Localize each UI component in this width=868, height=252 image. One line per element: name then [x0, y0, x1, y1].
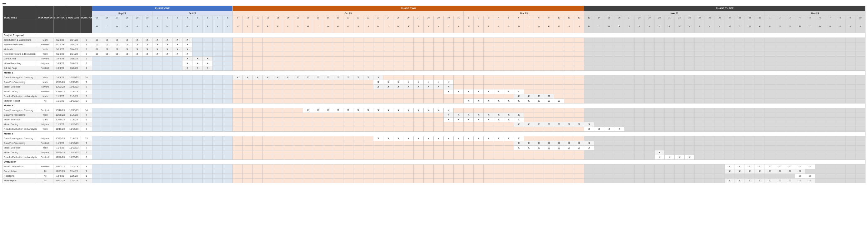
gantt-cell [654, 178, 664, 183]
gantt-cell [162, 174, 172, 178]
gantt-cell [363, 94, 373, 99]
gantt-cell [192, 89, 203, 94]
gantt-cell [855, 146, 865, 150]
gantt-cell [373, 169, 383, 174]
gantt-cell [534, 80, 544, 85]
gantt-cell [654, 164, 664, 169]
dur-cell: 14 [81, 75, 92, 80]
gantt-cell [604, 75, 614, 80]
gantt-cell [423, 174, 433, 178]
gantt-cell [433, 141, 443, 146]
gantt-cell [283, 146, 293, 150]
gantt-cell [474, 150, 484, 155]
gantt-cell [594, 164, 604, 169]
gantt-cell [524, 43, 534, 47]
gantt-cell [222, 38, 232, 43]
gantt-cell [183, 136, 192, 141]
gantt-cell [353, 146, 363, 150]
gantt-cell: X [303, 75, 313, 80]
gantt-cell [203, 113, 213, 117]
gantt-cell [855, 141, 865, 146]
gantt-cell: X [584, 122, 594, 127]
gantt-cell [825, 52, 835, 57]
gantt-cell [243, 52, 253, 57]
gantt-cell [494, 85, 504, 89]
gantt-cell [815, 47, 825, 52]
gantt-cell [574, 94, 584, 99]
gantt-cell [614, 117, 624, 122]
section-row: Model 3 [3, 132, 866, 136]
day-num-header: 30 [443, 16, 453, 20]
gantt-cell [755, 52, 765, 57]
gantt-cell [443, 38, 453, 43]
gantt-cell [504, 122, 514, 127]
gantt-cell [554, 47, 564, 52]
gantt-cell [634, 108, 644, 113]
gantt-cell [614, 169, 624, 174]
gantt-cell [504, 150, 514, 155]
gantt-cell [685, 122, 694, 127]
gantt-cell [403, 52, 413, 57]
gantt-cell [654, 61, 664, 66]
gantt-cell [283, 178, 293, 183]
gantt-cell [594, 66, 604, 71]
gantt-cell [594, 155, 604, 160]
day-num-header: 20 [343, 16, 353, 20]
gantt-cell [232, 99, 243, 104]
gantt-cell [765, 174, 775, 178]
gantt-cell: X [393, 136, 403, 141]
gantt-cell [614, 52, 624, 57]
dur-cell: 3 [81, 127, 92, 132]
gantt-cell [383, 141, 393, 146]
gantt-cell [815, 146, 825, 150]
gantt-cell [353, 52, 363, 57]
gantt-cell [664, 66, 675, 71]
gantt-cell [243, 136, 253, 141]
gantt-cell [835, 164, 845, 169]
gantt-cell [213, 47, 222, 52]
gantt-cell [293, 136, 303, 141]
dow-header: F [203, 20, 213, 33]
gantt-cell [323, 61, 333, 66]
gantt-cell [755, 61, 765, 66]
gantt-cell [132, 75, 142, 80]
gantt-cell [403, 146, 413, 150]
gantt-cell [343, 146, 353, 150]
gantt-cell: X [403, 85, 413, 89]
gantt-cell [504, 85, 514, 89]
gantt-cell [313, 94, 323, 99]
gantt-cell: X [654, 150, 664, 155]
gantt-cell [745, 113, 755, 117]
gantt-cell [574, 80, 584, 85]
gantt-cell [323, 94, 333, 99]
gantt-cell: X [112, 38, 122, 43]
gantt-cell [112, 174, 122, 178]
dow-header: T [313, 20, 323, 33]
gantt-cell [845, 66, 855, 71]
owner-cell: Yash [37, 47, 54, 52]
day-num-header: 17 [624, 16, 634, 20]
gantt-cell [494, 57, 504, 61]
gantt-cell [675, 66, 685, 71]
gantt-cell [825, 141, 835, 146]
gantt-cell [614, 113, 624, 117]
dur-cell: 2 [81, 61, 92, 66]
gantt-cell [554, 89, 564, 94]
gantt-cell [554, 57, 564, 61]
gantt-cell [855, 127, 865, 132]
gantt-cell: X [765, 178, 775, 183]
dow-header: S [433, 20, 443, 33]
gantt-cell [614, 89, 624, 94]
gantt-cell [373, 164, 383, 169]
gantt-cell: X [353, 108, 363, 113]
gantt-cell [373, 155, 383, 160]
gantt-cell [745, 155, 755, 160]
gantt-cell [343, 85, 353, 89]
gantt-cell [845, 117, 855, 122]
gantt-cell [353, 94, 363, 99]
gantt-cell: X [795, 169, 805, 174]
day-num-header: 16 [614, 16, 624, 20]
dow-header: M [232, 20, 243, 33]
gantt-cell: X [735, 164, 745, 169]
gantt-cell [403, 141, 413, 146]
